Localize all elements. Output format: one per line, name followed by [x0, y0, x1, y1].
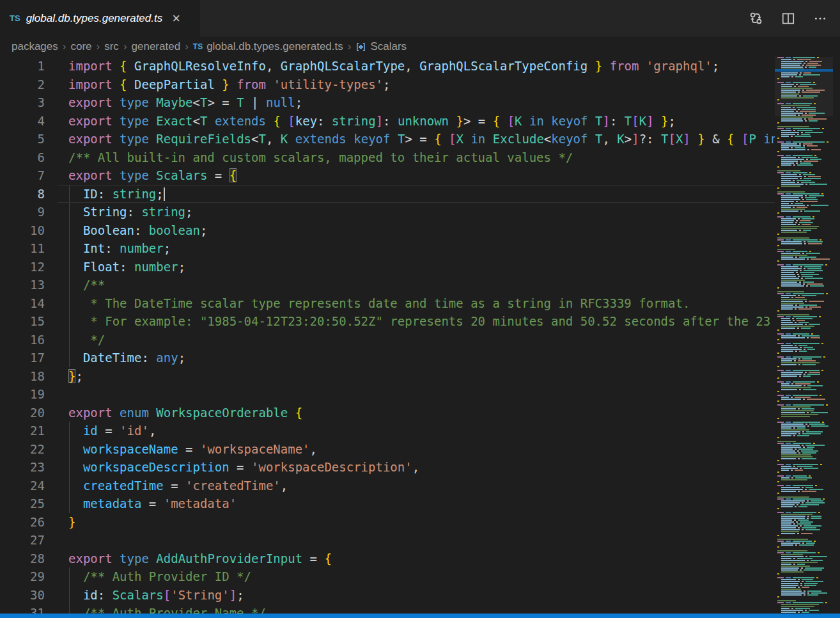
code-line-28[interactable]: 28export type AddAuthProviderInput = { — [0, 550, 775, 568]
code-token: keyof — [551, 132, 587, 146]
code-line-8[interactable]: 8 ID: string; — [0, 185, 775, 203]
code-token: export — [68, 114, 113, 128]
line-number: 10 — [0, 221, 45, 240]
code-token: } — [222, 77, 229, 91]
code-token: type — [120, 114, 149, 128]
code-line-13[interactable]: 13 /** — [0, 276, 775, 294]
breadcrumb-label: global.db.types.generated.ts — [206, 40, 343, 53]
git-compare-icon[interactable] — [749, 11, 763, 26]
line-number: 4 — [0, 112, 45, 131]
code-line-18[interactable]: 18}; — [0, 367, 775, 386]
code-token: [ — [742, 132, 749, 146]
code-token: T — [200, 95, 207, 109]
code-token: key — [295, 114, 317, 128]
code-token: AddAuthProviderInput — [156, 551, 302, 566]
code-line-30[interactable]: 30 id: Scalars['String']; — [0, 586, 775, 605]
code-token: 'workspaceDescription' — [251, 460, 412, 474]
code-line-5[interactable]: 5export type RequireFields<T, K extends … — [0, 130, 775, 148]
breadcrumb-item-global-db-types-generated-ts[interactable]: TSglobal.db.types.generated.ts — [193, 40, 343, 53]
code-token: Maybe — [156, 95, 192, 109]
editor-actions — [749, 0, 840, 36]
breadcrumb: packages›core›src›generated›TSglobal.db.… — [0, 36, 840, 57]
code-line-19[interactable]: 19 — [0, 385, 775, 404]
breadcrumb-item-scalars[interactable]: Scalars — [355, 40, 407, 53]
breadcrumb-item-packages[interactable]: packages — [12, 40, 58, 53]
code-token: import — [68, 77, 113, 91]
code-token — [215, 77, 222, 91]
code-token: in — [763, 132, 775, 146]
code-line-12[interactable]: 12 Float: number; — [0, 258, 775, 276]
code-line-25[interactable]: 25 metadata = 'metadata' — [0, 495, 775, 513]
code-line-3[interactable]: 3export type Maybe<T> = T | null; — [0, 93, 775, 112]
close-icon[interactable]: × — [168, 11, 184, 26]
code-token — [149, 132, 156, 146]
code-token — [149, 95, 156, 109]
code-token: < — [251, 132, 258, 146]
code-line-21[interactable]: 21 id = 'id', — [0, 422, 775, 440]
code-line-11[interactable]: 11 Int: number; — [0, 239, 775, 258]
split-editor-icon[interactable] — [781, 12, 795, 26]
code-token — [288, 406, 295, 420]
code-line-14[interactable]: 14 * The DateTime scalar type represents… — [0, 294, 775, 313]
line-number: 1 — [0, 57, 45, 75]
breadcrumb-label: src — [104, 40, 119, 53]
tab-global-db-types[interactable]: TS global.db.types.generated.ts × — [0, 0, 200, 36]
code-line-20[interactable]: 20export enum WorkspaceOrderable { — [0, 404, 775, 422]
code-line-16[interactable]: 16 */ — [0, 331, 775, 349]
breadcrumb-item-src[interactable]: src — [104, 40, 119, 53]
code-line-6[interactable]: 6/** All built-in and custom scalars, ma… — [0, 148, 775, 167]
code-line-24[interactable]: 24 createdTime = 'createdTime', — [0, 477, 775, 495]
line-number: 14 — [0, 294, 45, 313]
code-token: null — [266, 95, 295, 109]
code-token: { — [493, 114, 500, 128]
code-line-26[interactable]: 26} — [0, 513, 775, 532]
code-token — [68, 333, 83, 347]
code-token: Float — [83, 260, 120, 274]
code-line-2[interactable]: 2import { DeepPartial } from 'utility-ty… — [0, 75, 775, 94]
ellipsis-icon[interactable] — [813, 12, 827, 26]
breadcrumb-item-core[interactable]: core — [70, 40, 91, 53]
code-token: = — [98, 424, 120, 438]
code-token: type — [120, 95, 149, 109]
code-token: { — [295, 406, 302, 420]
line-number: 20 — [0, 404, 45, 422]
code-token — [113, 59, 120, 73]
code-token — [113, 132, 120, 146]
code-token: ; — [75, 369, 82, 383]
code-token: { — [727, 132, 734, 146]
code-line-7[interactable]: 7export type Scalars = { — [0, 166, 775, 185]
code-token: in — [471, 132, 485, 146]
code-token — [68, 187, 83, 201]
code-line-9[interactable]: 9 String: string; — [0, 203, 775, 221]
code-token — [68, 241, 83, 255]
breadcrumb-item-generated[interactable]: generated — [132, 40, 181, 53]
code-token: , — [266, 132, 281, 146]
code-token: DateTime — [83, 351, 142, 365]
code-line-15[interactable]: 15 * For example: "1985-04-12T23:20:50.5… — [0, 312, 775, 331]
code-line-23[interactable]: 23 workspaceDescription = 'workspaceDesc… — [0, 458, 775, 477]
code-editor[interactable]: 1import { GraphQLResolveInfo, GraphQLSca… — [0, 57, 775, 618]
code-token: extends — [295, 132, 346, 146]
minimap[interactable] — [775, 57, 840, 618]
code-line-17[interactable]: 17 DateTime: any; — [0, 349, 775, 367]
breadcrumb-label: core — [70, 40, 91, 53]
code-line-10[interactable]: 10 Boolean: boolean; — [0, 221, 775, 240]
code-token — [68, 296, 83, 310]
code-token — [68, 569, 83, 583]
code-line-22[interactable]: 22 workspaceName = 'workspaceName', — [0, 440, 775, 459]
code-token: > = — [207, 95, 237, 109]
code-line-1[interactable]: 1import { GraphQLResolveInfo, GraphQLSca… — [0, 57, 775, 75]
code-token: ] — [602, 114, 609, 128]
breadcrumb-separator: › — [97, 40, 100, 53]
code-token: [ — [288, 114, 295, 128]
code-token — [149, 114, 156, 128]
line-number: 19 — [0, 385, 45, 404]
code-line-27[interactable]: 27 — [0, 531, 775, 550]
code-token: T — [625, 114, 632, 128]
code-line-4[interactable]: 4export type Exact<T extends { [key: str… — [0, 112, 775, 131]
code-line-29[interactable]: 29 /** Auth Provider ID */ — [0, 567, 775, 586]
code-token: : — [317, 114, 332, 128]
status-bar-edge — [0, 614, 840, 618]
code-token: export — [68, 95, 113, 109]
minimap-slider[interactable] — [775, 57, 833, 116]
